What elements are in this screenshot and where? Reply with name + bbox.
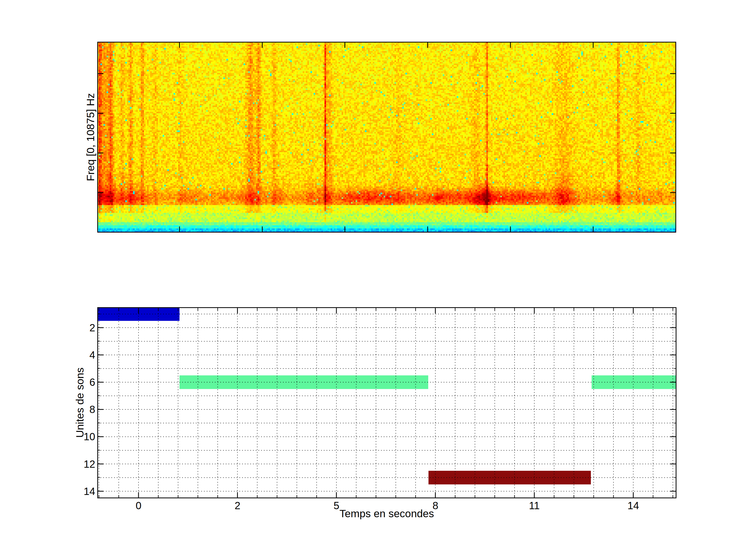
spectrogram-axes-overlay	[97, 42, 676, 233]
x-tick-label-11: 11	[508, 500, 560, 511]
spectrogram-panel	[97, 42, 676, 233]
x-tick-label-0: 0	[112, 500, 164, 511]
y-tick-label-12: 12	[64, 458, 95, 470]
y-tick-label-4: 4	[64, 349, 95, 361]
activity-xlabel: Temps en secondes	[270, 508, 504, 520]
x-tick-label-2: 2	[212, 500, 263, 511]
activity-plot-background	[97, 307, 676, 498]
matlab-figure: Freq [0, 10875] Hz Unites de sons Temps …	[0, 0, 747, 560]
y-tick-label-6: 6	[64, 376, 95, 389]
activity-chart	[97, 307, 676, 498]
x-tick-label-14: 14	[608, 500, 659, 511]
spectrogram-ylabel: Freq [0, 10875] Hz	[84, 7, 97, 267]
x-tick-label-8: 8	[410, 500, 461, 511]
y-tick-label-10: 10	[64, 430, 95, 443]
y-tick-label-8: 8	[64, 403, 95, 416]
sound-unit-6-green-a	[179, 375, 428, 389]
spectrogram-frame	[98, 42, 676, 232]
x-tick-label-5: 5	[310, 500, 362, 511]
activity-panel	[97, 307, 676, 498]
y-tick-label-2: 2	[64, 321, 95, 334]
y-tick-label-14: 14	[64, 485, 95, 498]
